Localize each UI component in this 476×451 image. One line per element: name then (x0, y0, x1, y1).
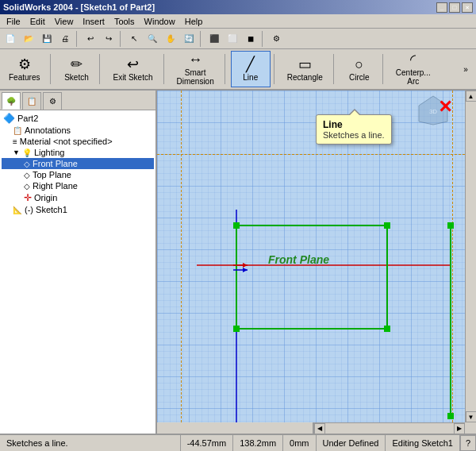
features-button[interactable]: ⚙ Features (2, 51, 47, 87)
vertical-scrollbar[interactable]: ▲ ▼ (465, 91, 476, 422)
sk-sep5 (274, 54, 277, 84)
feature-tree: 🔷 Part2 📋 Annotations ≡ Material <not sp… (0, 110, 155, 434)
lighting-icon: 💡 (22, 148, 32, 157)
svg-marker-16 (243, 268, 248, 272)
lighting-expand-icon: ▼ (13, 148, 20, 156)
line-button[interactable]: ╱ Line (231, 51, 271, 87)
circle-button[interactable]: ○ Circle (340, 51, 379, 87)
sk-sep7 (382, 54, 386, 84)
circle-icon: ○ (355, 57, 363, 71)
exit-sketch-button[interactable]: ↩ Exit Sketch (106, 51, 159, 87)
status-coord2: 138.2mm (233, 435, 283, 451)
shaded-button[interactable]: ◼ (242, 30, 259, 48)
tree-item-top-plane[interactable]: ◇ Top Plane (2, 169, 154, 180)
scroll-down-button[interactable]: ▼ (466, 411, 477, 422)
tab-feature-manager[interactable]: 🌳 (2, 92, 21, 110)
material-label: Material <not specified> (20, 137, 113, 146)
top-plane-label: Top Plane (33, 170, 71, 179)
centerpoint-arc-button[interactable]: ◜ Centerp... Arc (389, 51, 438, 87)
sk-sep3 (163, 54, 167, 84)
tree-item-sketch1[interactable]: 📐 (-) Sketch1 (2, 204, 154, 215)
zoom-button[interactable]: 🔍 (144, 30, 161, 48)
tree-item-front-plane[interactable]: ◇ Front Plane (2, 158, 154, 169)
horizontal-scrollbar[interactable]: ◀ ▶ (314, 422, 465, 434)
minimize-button[interactable]: _ (436, 2, 447, 13)
smart-dimension-button[interactable]: ↔ Smart Dimension (170, 51, 221, 87)
hscroll-filler (157, 422, 314, 434)
open-button[interactable]: 📂 (20, 30, 37, 48)
part2-icon: 🔷 (3, 113, 15, 124)
tab-config-manager[interactable]: ⚙ (43, 92, 62, 110)
rotate-button[interactable]: 🔄 (180, 30, 198, 48)
features-icon: ⚙ (18, 57, 31, 71)
origin-label: Origin (34, 193, 57, 202)
tree-item-origin[interactable]: ✛ Origin (2, 191, 154, 204)
pan-button[interactable]: ✋ (162, 30, 179, 48)
menu-window[interactable]: Window (140, 16, 180, 27)
new-button[interactable]: 📄 (2, 30, 19, 48)
front-plane-icon: ◇ (24, 160, 30, 168)
horizontal-scrollbar-area: ◀ ▶ (157, 422, 476, 434)
tree-item-part2[interactable]: 🔷 Part2 (2, 112, 154, 125)
svg-text:3D: 3D (429, 108, 437, 115)
main-area: 🌳 📋 ⚙ 🔷 Part2 📋 Annotations ≡ Material <… (0, 91, 476, 434)
toolbar-1: 📄 📂 💾 🖨 ↩ ↪ ↖ 🔍 ✋ 🔄 ⬛ ⬜ ◼ ⚙ (0, 29, 476, 49)
tree-item-right-plane[interactable]: ◇ Right Plane (2, 180, 154, 191)
select-button[interactable]: ↖ (125, 30, 143, 48)
panel-tabs: 🌳 📋 ⚙ (0, 91, 155, 110)
rectangle-button[interactable]: ▭ Rectangle (280, 51, 330, 87)
menu-file[interactable]: File (2, 16, 25, 27)
line-label: Line (243, 73, 258, 82)
redo-button[interactable]: ↪ (100, 30, 117, 48)
arc-label: Centerp... Arc (396, 68, 431, 86)
svg-rect-12 (447, 413, 454, 419)
scroll-up-button[interactable]: ▲ (466, 91, 477, 102)
svg-rect-11 (447, 222, 454, 229)
material-icon: ≡ (13, 137, 17, 146)
smart-dim-icon: ↔ (188, 52, 202, 67)
scroll-right-button[interactable]: ▶ (454, 423, 465, 434)
menu-tools[interactable]: Tools (109, 16, 140, 27)
svg-rect-8 (384, 222, 390, 229)
annotations-label: Annotations (25, 125, 71, 135)
rectangle-icon: ▭ (298, 57, 312, 71)
menu-view[interactable]: View (50, 16, 79, 27)
viewport-container: Front Plane Line Sketches a line. 3D ✕ (157, 91, 476, 434)
undo-button[interactable]: ↩ (82, 30, 99, 48)
title-bar-buttons: _ □ × (436, 2, 473, 13)
tree-item-material[interactable]: ≡ Material <not specified> (2, 136, 154, 147)
menu-help[interactable]: Help (180, 16, 208, 27)
arc-icon: ◜ (410, 52, 416, 67)
sep4 (262, 31, 265, 47)
status-bar: Sketches a line. -44.57mm 138.2mm 0mm Un… (0, 434, 476, 451)
sk-sep4 (225, 54, 228, 84)
menu-edit[interactable]: Edit (25, 16, 50, 27)
title-bar: SolidWorks 2004 - [Sketch1 of Part2] _ □… (0, 0, 476, 14)
tree-item-lighting[interactable]: ▼ 💡 Lighting (2, 147, 154, 158)
options-button[interactable]: ⚙ (267, 30, 285, 48)
sketch1-icon: 📐 (13, 206, 22, 214)
viewport[interactable]: Front Plane Line Sketches a line. 3D ✕ (157, 91, 465, 422)
view3d-button[interactable]: ⬛ (205, 30, 223, 48)
sketch1-label: (-) Sketch1 (25, 205, 67, 214)
sep2 (120, 31, 123, 47)
scroll-left-button[interactable]: ◀ (314, 423, 325, 434)
close-sketch-button[interactable]: ✕ (438, 97, 452, 118)
exit-sketch-label: Exit Sketch (113, 73, 152, 82)
sketch-canvas (157, 91, 465, 422)
top-plane-icon: ◇ (24, 171, 30, 179)
wireframe-button[interactable]: ⬜ (224, 30, 241, 48)
line-icon: ╱ (246, 57, 255, 71)
close-button[interactable]: × (462, 2, 473, 13)
toolbar-expand[interactable]: » (457, 60, 474, 78)
origin-icon: ✛ (24, 192, 32, 203)
status-help-button[interactable]: ? (460, 435, 476, 451)
maximize-button[interactable]: □ (449, 2, 460, 13)
tab-property-manager[interactable]: 📋 (22, 92, 41, 110)
tree-item-annotations[interactable]: 📋 Annotations (2, 125, 154, 136)
sketch-button[interactable]: ✏ Sketch (56, 51, 96, 87)
save-button[interactable]: 💾 (38, 30, 56, 48)
menu-insert[interactable]: Insert (78, 16, 109, 27)
sk-sep6 (333, 54, 336, 84)
print-button[interactable]: 🖨 (56, 30, 74, 48)
